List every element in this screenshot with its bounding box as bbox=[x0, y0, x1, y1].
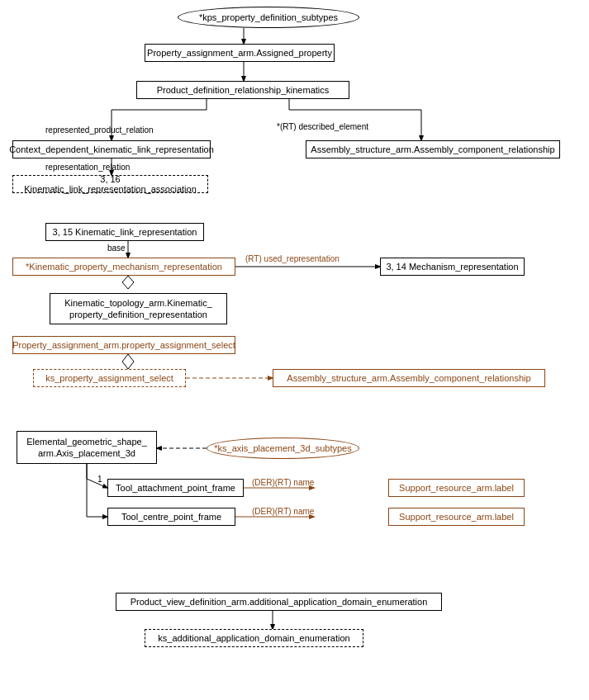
kin-prop-mech-node: *Kinematic_property_mechanism_representa… bbox=[12, 258, 235, 276]
num1-label: 1 bbox=[97, 475, 102, 484]
kin-link-rep-assoc-node: 3, 16 Kinematic_link_representation_asso… bbox=[12, 175, 208, 193]
repr-prod-rel-label: represented_product_relation bbox=[45, 125, 154, 135]
rt-described-label: *(RT) described_element bbox=[277, 122, 368, 131]
prod-view-def-node: Product_view_definition_arm.additional_a… bbox=[116, 593, 442, 611]
kin-topo-arm-node: Kinematic_topology_arm.Kinematic_ proper… bbox=[50, 293, 227, 324]
support-res-label2-node: Support_resource_arm.label bbox=[388, 508, 525, 526]
der-rt-name2-label: (DER)(RT) name bbox=[252, 507, 314, 516]
ks-prop-assign-select-node: ks_property_assignment_select bbox=[33, 369, 186, 387]
prop-assign-select-node: Property_assignment_arm.property_assignm… bbox=[12, 336, 235, 354]
diagram: *kps_property_definition_subtypes Proper… bbox=[0, 0, 589, 700]
der-rt-name1-label: (DER)(RT) name bbox=[252, 478, 314, 487]
base-label: base bbox=[107, 244, 126, 253]
assembly-structure-arm2-node: Assembly_structure_arm.Assembly_componen… bbox=[273, 369, 545, 387]
tool-centre-node: Tool_centre_point_frame bbox=[107, 508, 235, 526]
mechanism-rep-node: 3, 14 Mechanism_representation bbox=[380, 258, 525, 276]
kin-link-rep-node: 3, 15 Kinematic_link_representation bbox=[45, 223, 204, 241]
product-def-rel-kin-node: Product_definition_relationship_kinemati… bbox=[136, 81, 349, 99]
ks-axis-placement-node: *ks_axis_placement_3d_subtypes bbox=[207, 438, 359, 459]
rt-used-rep-label: (RT) used_representation bbox=[245, 254, 340, 263]
ks-additional-node: ks_additional_application_domain_enumera… bbox=[145, 629, 363, 647]
svg-marker-14 bbox=[122, 354, 134, 369]
svg-marker-11 bbox=[122, 276, 134, 289]
support-res-label1-node: Support_resource_arm.label bbox=[388, 479, 525, 497]
elemental-geo-node: Elemental_geometric_shape_ arm.Axis_plac… bbox=[17, 431, 157, 464]
context-dep-link-node: Context_dependent_kinematic_link_represe… bbox=[12, 140, 211, 158]
tool-attach-node: Tool_attachment_point_frame bbox=[107, 479, 244, 497]
property-assignment-arm-node: Property_assignment_arm.Assigned_propert… bbox=[145, 44, 335, 62]
kps-subtypes-node: *kps_property_definition_subtypes bbox=[178, 7, 359, 28]
repr-relation-label: representation_relation bbox=[45, 163, 130, 172]
assembly-structure-arm1-node: Assembly_structure_arm.Assembly_componen… bbox=[306, 140, 560, 158]
